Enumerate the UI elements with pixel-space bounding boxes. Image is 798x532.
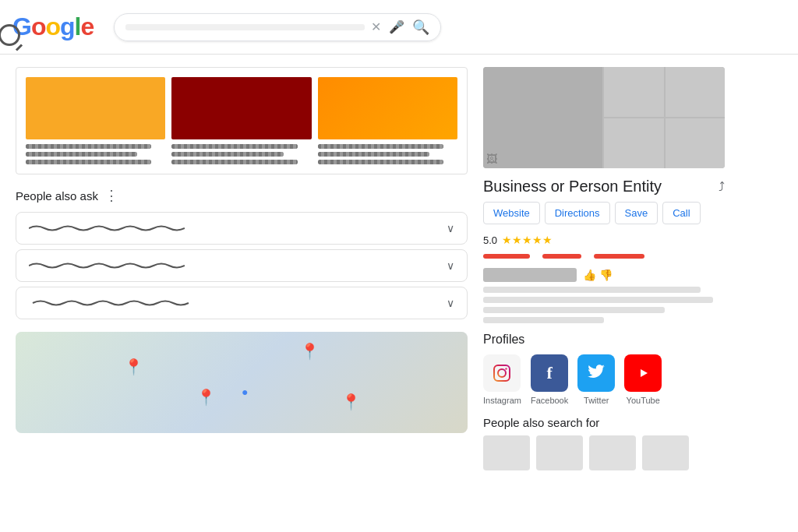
svg-rect-0: [494, 365, 510, 381]
logo-area: Google: [12, 12, 106, 41]
review-gray-bar: [483, 268, 577, 282]
profiles-grid: Instagram f Facebook Twitter: [483, 354, 725, 405]
profile-instagram[interactable]: Instagram: [483, 354, 521, 405]
left-column: People also ask ⋮ ∨: [16, 67, 468, 520]
youtube-play-icon: [632, 365, 654, 381]
twitter-bird-icon: [587, 364, 606, 382]
save-button[interactable]: Save: [615, 202, 659, 224]
more-options-icon[interactable]: ⋮: [104, 187, 118, 204]
squiggle-line: [29, 262, 185, 270]
facebook-label: Facebook: [531, 396, 568, 405]
ask-item-3[interactable]: ∨: [16, 287, 468, 319]
action-buttons: Website Directions Save Call: [483, 202, 725, 224]
search-input[interactable]: [125, 24, 365, 30]
yellow-image[interactable]: [26, 77, 165, 139]
instagram-icon-box: [483, 354, 521, 392]
photo-cell-top-mid[interactable]: [604, 67, 664, 117]
facebook-icon-box: f: [531, 354, 568, 392]
twitter-icon-box: [577, 354, 615, 392]
orange-image[interactable]: [318, 77, 457, 139]
thumb-icons: 👍 👎: [583, 269, 613, 281]
chevron-down-icon[interactable]: ∨: [447, 259, 454, 272]
review-text-lines: [483, 287, 725, 323]
photo-icon: 🖼: [486, 153, 497, 165]
thumbs-down-icon[interactable]: 👎: [599, 269, 613, 281]
ask-item-1[interactable]: ∨: [16, 212, 468, 245]
ask-wavy-lines: [29, 299, 447, 307]
star-rating: ★★★★★: [502, 234, 553, 246]
also-search-section: People also search for: [483, 416, 725, 470]
wavy-line: [318, 160, 443, 164]
also-search-item-4[interactable]: [642, 435, 689, 470]
wavy-line: [171, 144, 297, 149]
review-line: [483, 287, 701, 293]
squiggle-line: [29, 299, 192, 307]
image-results-panel: [16, 67, 468, 174]
website-button[interactable]: Website: [483, 202, 540, 224]
clear-icon[interactable]: ✕: [371, 19, 381, 34]
ask-item-2[interactable]: ∨: [16, 249, 468, 282]
wavy-line: [171, 160, 297, 164]
profiles-title: Profiles: [483, 333, 725, 347]
chevron-down-icon[interactable]: ∨: [447, 222, 454, 234]
photo-cell-bot-mid[interactable]: [604, 118, 664, 168]
people-also-ask-section: People also ask ⋮ ∨: [16, 187, 468, 319]
microphone-icon[interactable]: 🎤: [389, 19, 404, 34]
thumbs-up-icon[interactable]: 👍: [583, 269, 596, 281]
also-search-item-1[interactable]: [483, 435, 530, 470]
profile-twitter[interactable]: Twitter: [577, 354, 615, 405]
rating-number: 5.0: [483, 234, 497, 246]
directions-button[interactable]: Directions: [545, 202, 610, 224]
review-line: [483, 317, 604, 323]
youtube-label: YouTube: [627, 396, 660, 405]
review-line: [483, 297, 713, 303]
image-text-lines-3: [318, 144, 457, 164]
review-bar-header: 👍 👎: [483, 268, 725, 282]
header: Google ✕ 🎤 🔍: [0, 0, 798, 55]
map-pin-red-3: 📍: [196, 388, 216, 407]
ask-wavy-lines: [29, 224, 447, 232]
profile-youtube[interactable]: YouTube: [624, 354, 662, 405]
photo-cell-top-right[interactable]: [666, 67, 726, 117]
image-card-2[interactable]: [171, 77, 311, 164]
people-ask-title: People also ask: [16, 189, 98, 203]
svg-point-1: [498, 369, 506, 377]
review-section: 👍 👎: [483, 268, 725, 323]
wavy-line: [26, 152, 137, 157]
share-icon[interactable]: ⤴: [719, 180, 725, 194]
also-search-title: People also search for: [483, 416, 725, 429]
map-background: 📍 📍 📍 📍 ●: [16, 332, 468, 433]
rating-row: 5.0 ★★★★★: [483, 234, 725, 246]
call-button[interactable]: Call: [662, 202, 700, 224]
twitter-label: Twitter: [584, 396, 609, 405]
people-ask-header: People also ask ⋮: [16, 187, 468, 204]
red-bar-1: [483, 254, 530, 259]
wavy-line: [171, 152, 283, 157]
wavy-line: [26, 160, 151, 164]
search-bar[interactable]: ✕ 🎤 🔍: [114, 13, 441, 41]
photo-cell-bot-right[interactable]: [666, 118, 726, 168]
profile-facebook[interactable]: f Facebook: [531, 354, 568, 405]
map-pin-red-2: 📍: [300, 342, 320, 361]
chevron-down-icon[interactable]: ∨: [447, 297, 454, 309]
red-bar-3: [594, 254, 644, 259]
wavy-line: [318, 152, 429, 157]
google-logo[interactable]: Google: [12, 12, 94, 41]
dark-red-image[interactable]: [171, 77, 311, 139]
svg-point-2: [506, 368, 507, 369]
wavy-line: [26, 144, 151, 149]
also-search-item-2[interactable]: [536, 435, 583, 470]
red-bar-2: [542, 254, 581, 259]
image-text-lines-1: [26, 144, 165, 164]
also-search-item-3[interactable]: [589, 435, 636, 470]
photo-cell-large[interactable]: 🖼: [483, 67, 602, 168]
instagram-icon: [493, 364, 511, 382]
image-card-3[interactable]: [318, 77, 457, 164]
photo-grid: 🖼: [483, 67, 725, 168]
right-column: 🖼 Business or Person Entity ⤴ Website Di…: [483, 67, 725, 520]
search-button-icon[interactable]: 🔍: [412, 19, 429, 36]
map-pin-red-1: 📍: [124, 358, 143, 376]
wavy-line: [318, 144, 443, 149]
image-card-1[interactable]: [26, 77, 165, 164]
map-section[interactable]: 📍 📍 📍 📍 ●: [16, 332, 468, 433]
